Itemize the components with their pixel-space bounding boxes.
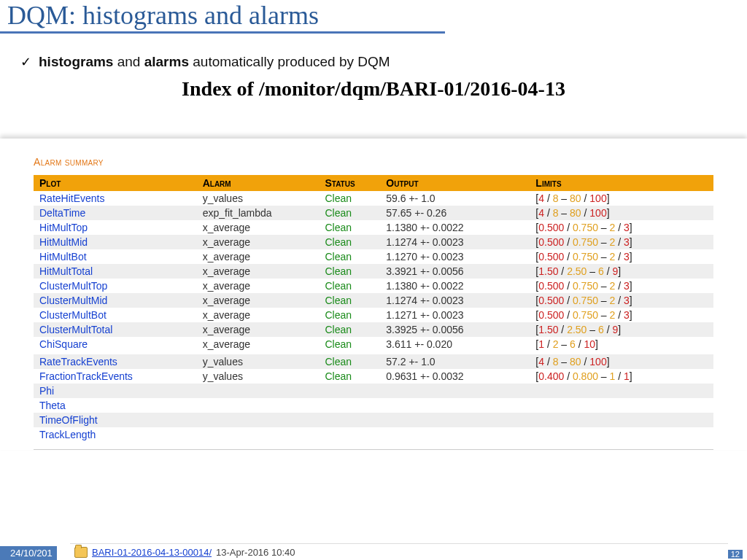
page-number: 12 [728, 550, 743, 559]
limits-cell [530, 413, 713, 427]
alarm-cell: y_values [197, 369, 320, 384]
limits-cell: [4 / 8 – 80 / 100] [530, 353, 713, 369]
limits-cell: [0.500 / 0.750 – 2 / 3] [530, 220, 713, 235]
status-cell: Clean [319, 264, 380, 279]
limits-cell: [0.500 / 0.750 – 2 / 3] [530, 279, 713, 293]
output-cell: 59.6 +- 1.0 [380, 191, 530, 206]
plot-link[interactable]: FractionTrackEvents [39, 370, 133, 382]
table-row: RateHitEventsy_valuesClean59.6 +- 1.0[4 … [34, 191, 713, 206]
plot-link[interactable]: ChiSquare [39, 338, 88, 350]
plot-link[interactable]: HitMultTop [39, 222, 88, 233]
plot-link[interactable]: DeltaTime [39, 207, 85, 219]
col-status[interactable]: Status [319, 175, 380, 191]
table-row: HitMultTotalx_averageClean3.3921 +- 0.00… [34, 264, 713, 279]
alarm-panel: Alarm summary Plot Alarm Status Output L… [0, 139, 747, 450]
plot-link[interactable]: ClusterMultBot [39, 309, 107, 321]
table-row: ClusterMultTopx_averageClean1.1380 +- 0.… [34, 279, 713, 293]
table-row: TrackLength [34, 427, 713, 442]
table-row: HitMultBotx_averageClean1.1270 +- 0.0023… [34, 249, 713, 264]
col-limits[interactable]: Limits [530, 175, 713, 191]
plot-link[interactable]: HitMultMid [39, 236, 88, 248]
limits-cell [530, 384, 713, 398]
alarm-cell [197, 413, 320, 427]
limits-cell: [1 / 2 – 6 / 10] [530, 337, 713, 353]
alarm-cell: x_average [197, 220, 320, 235]
col-alarm[interactable]: Alarm [197, 175, 320, 191]
output-cell [380, 398, 530, 413]
alarm-cell [197, 384, 320, 398]
output-cell: 57.65 +- 0.26 [380, 206, 530, 220]
check-icon: ✓ [20, 54, 31, 70]
output-cell [380, 384, 530, 398]
plot-link[interactable]: TimeOfFlight [39, 414, 98, 426]
output-cell: 3.3925 +- 0.0056 [380, 322, 530, 337]
bullet-strong-2: alarms [144, 54, 189, 69]
limits-cell: [0.500 / 0.750 – 2 / 3] [530, 293, 713, 308]
directory-link[interactable]: BARI-01-2016-04-13-00014/ [92, 547, 212, 558]
alarm-cell: x_average [197, 279, 320, 293]
limits-cell: [1.50 / 2.50 – 6 / 9] [530, 322, 713, 337]
directory-strip: BARI-01-2016-04-13-00014/ 13-Apr-2016 10… [70, 543, 728, 560]
output-cell: 57.2 +- 1.0 [380, 353, 530, 369]
table-row: ClusterMultMidx_averageClean1.1274 +- 0.… [34, 293, 713, 308]
bullet-strong-1: histograms [39, 54, 113, 69]
status-cell: Clean [319, 293, 380, 308]
status-cell: Clean [319, 206, 380, 220]
table-row: HitMultMidx_averageClean1.1274 +- 0.0023… [34, 235, 713, 249]
status-cell: Clean [319, 191, 380, 206]
status-cell: Clean [319, 369, 380, 384]
alarm-table: Plot Alarm Status Output Limits RateHitE… [34, 175, 713, 442]
alarm-cell [197, 398, 320, 413]
table-row: Phi [34, 384, 713, 398]
status-cell [319, 413, 380, 427]
table-row: FractionTrackEventsy_valuesClean0.9631 +… [34, 369, 713, 384]
bullet-line: ✓ histograms and alarms automatically pr… [20, 54, 747, 70]
plot-link[interactable]: Phi [39, 385, 54, 397]
limits-cell: [0.400 / 0.800 – 1 / 1] [530, 369, 713, 384]
col-output[interactable]: Output [380, 175, 530, 191]
plot-link[interactable]: TrackLength [39, 429, 96, 440]
alarm-cell: exp_fit_lambda [197, 206, 320, 220]
alarm-cell: y_values [197, 353, 320, 369]
table-header-row: Plot Alarm Status Output Limits [34, 175, 713, 191]
status-cell [319, 384, 380, 398]
plot-link[interactable]: Theta [39, 400, 66, 411]
slide-footer: 24/10/201 BARI-01-2016-04-13-00014/ 13-A… [0, 544, 747, 560]
alarm-cell [197, 427, 320, 442]
col-plot[interactable]: Plot [34, 175, 197, 191]
output-cell: 3.611 +- 0.020 [380, 337, 530, 353]
table-row: RateTrackEventsy_valuesClean57.2 +- 1.0[… [34, 353, 713, 369]
limits-cell: [0.500 / 0.750 – 2 / 3] [530, 249, 713, 264]
status-cell: Clean [319, 249, 380, 264]
alarm-cell: x_average [197, 308, 320, 322]
table-row: DeltaTimeexp_fit_lambdaClean57.65 +- 0.2… [34, 206, 713, 220]
plot-link[interactable]: RateHitEvents [39, 192, 104, 204]
plot-link[interactable]: RateTrackEvents [39, 356, 117, 368]
status-cell: Clean [319, 279, 380, 293]
table-row: HitMultTopx_averageClean1.1380 +- 0.0022… [34, 220, 713, 235]
divider [34, 449, 713, 450]
output-cell: 1.1380 +- 0.0022 [380, 279, 530, 293]
obscured-heading: Index of /monitor/dqm/BARI-01/2016-04-13 [0, 77, 747, 101]
directory-date: 13-Apr-2016 10:40 [216, 547, 295, 558]
plot-link[interactable]: HitMultTotal [39, 265, 93, 277]
limits-cell: [4 / 8 – 80 / 100] [530, 206, 713, 220]
alarm-cell: x_average [197, 235, 320, 249]
output-cell: 1.1274 +- 0.0023 [380, 235, 530, 249]
table-row: ChiSquarex_averageClean3.611 +- 0.020[1 … [34, 337, 713, 353]
alarm-cell: x_average [197, 264, 320, 279]
footer-date: 24/10/201 [0, 546, 57, 560]
output-cell: 1.1270 +- 0.0023 [380, 249, 530, 264]
output-cell [380, 427, 530, 442]
limits-cell: [1.50 / 2.50 – 6 / 9] [530, 264, 713, 279]
alarm-summary-label: Alarm summary [34, 156, 713, 168]
alarm-cell: x_average [197, 322, 320, 337]
plot-link[interactable]: ClusterMultTotal [39, 324, 112, 335]
status-cell: Clean [319, 322, 380, 337]
limits-cell: [0.500 / 0.750 – 2 / 3] [530, 235, 713, 249]
plot-link[interactable]: HitMultBot [39, 251, 87, 262]
table-row: Theta [34, 398, 713, 413]
plot-link[interactable]: ClusterMultMid [39, 295, 107, 306]
output-cell: 3.3921 +- 0.0056 [380, 264, 530, 279]
plot-link[interactable]: ClusterMultTop [39, 280, 107, 292]
